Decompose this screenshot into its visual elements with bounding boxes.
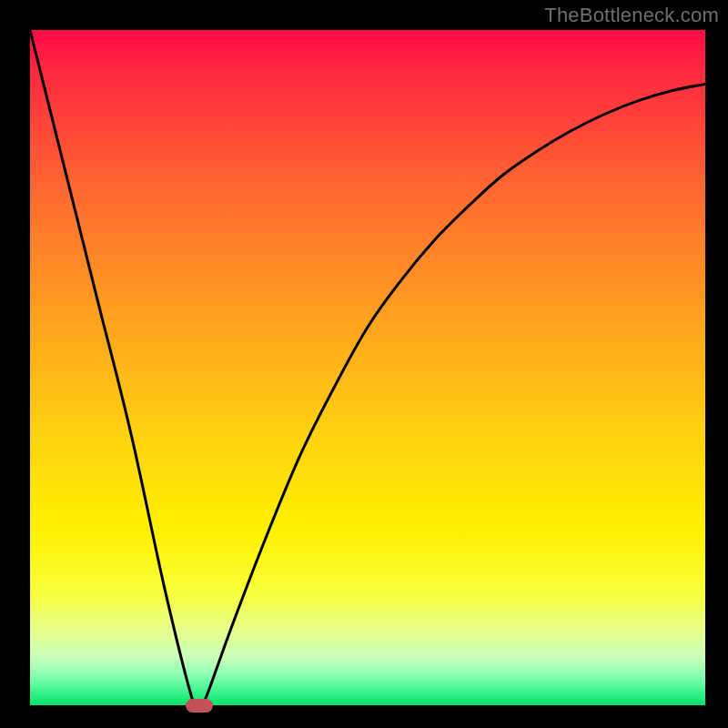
- watermark-text: TheBottleneck.com: [544, 4, 719, 27]
- plot-area: [30, 30, 705, 705]
- chart-frame: TheBottleneck.com: [0, 0, 728, 728]
- bottleneck-curve: [30, 30, 705, 705]
- curve-layer: [30, 30, 705, 705]
- min-marker: [186, 699, 213, 713]
